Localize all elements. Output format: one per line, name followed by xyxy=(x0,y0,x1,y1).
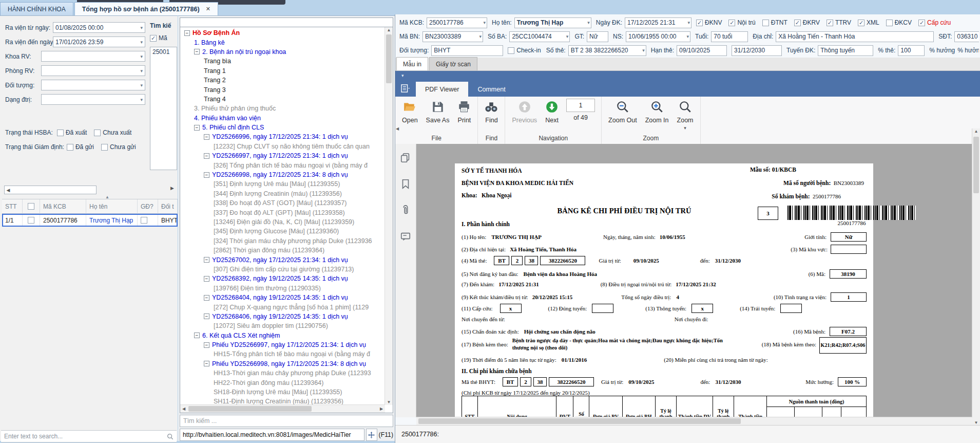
filter-combo-6[interactable]: ▾ xyxy=(41,94,145,105)
flag-checkbox[interactable] xyxy=(918,20,925,26)
url-field[interactable]: http://bvhaitien.local.meditech.vn:8081/… xyxy=(180,429,364,441)
tree-item[interactable]: Trang 4 xyxy=(180,95,385,104)
tree-item[interactable]: [344] Định lượng Creatinin (máu) (112393… xyxy=(180,189,385,198)
flag-đkcv[interactable]: ĐKCV xyxy=(886,19,912,26)
row-checkbox[interactable] xyxy=(28,217,34,224)
filter-combo-2[interactable]: 17/01/2026 23:59▾ xyxy=(53,36,145,47)
collapse-sidebar-icon[interactable]: ◀ xyxy=(396,126,399,131)
tree-item[interactable]: −Phiếu YD25266997, ngày 17/12/2025 21:34… xyxy=(180,340,385,349)
viewer-vertical-scrollbar[interactable]: ▲ ▼ xyxy=(972,128,980,426)
scrollbar-thumb[interactable] xyxy=(386,34,392,83)
tree-search-input[interactable]: Tìm kiếm ... xyxy=(180,415,393,427)
tab-giay-to-scan[interactable]: Giấy tờ scan xyxy=(429,57,477,70)
cell-gd[interactable] xyxy=(138,214,158,227)
ribbon-tab-pdf-viewer[interactable]: PDF Viewer xyxy=(416,82,468,97)
scroll-down-icon[interactable]: ▼ xyxy=(972,420,980,425)
close-tab-icon[interactable]: ✕ xyxy=(206,6,210,12)
zoom-button[interactable]: Zoom▾ xyxy=(674,99,697,132)
tree-item[interactable]: −YD25266997, ngày 17/12/2025 21:34: 1 dị… xyxy=(180,151,385,160)
flag-đtnt[interactable]: ĐTNT xyxy=(762,19,787,26)
tree-item[interactable]: −YD25266998, ngày 17/12/2025 21:34: 8 dị… xyxy=(180,170,385,179)
chevron-down-icon[interactable]: ▾ xyxy=(641,48,645,53)
expander-icon[interactable]: − xyxy=(204,257,209,263)
patient-r2-field-1[interactable]: 25CC1004474▾ xyxy=(509,31,570,42)
filter-combo-5[interactable]: ▾ xyxy=(41,80,145,90)
chevron-down-icon[interactable]: ▾ xyxy=(140,25,145,30)
scroll-up-icon[interactable]: ▲ xyxy=(972,129,980,134)
tree-item[interactable]: HH15-Tổng phân tích tế bào máu ngoại vi … xyxy=(180,349,385,359)
next-button[interactable]: Next xyxy=(542,99,562,125)
col-doi-tuong[interactable]: Đối t xyxy=(158,199,178,214)
tree-item[interactable]: [12232] Chụp CLVT sọ não không tiêm thuố… xyxy=(180,142,385,151)
tree-item[interactable]: −YD25268406, ngày 19/12/2025 14:35: 1 dị… xyxy=(180,312,385,321)
page-number-input[interactable]: 1 xyxy=(566,99,595,112)
tree-item[interactable]: 4. Phiếu khám vào viện xyxy=(180,114,385,123)
tree-item[interactable]: −YD25268404, ngày 19/12/2025 14:35: 1 dị… xyxy=(180,293,385,302)
col-ma-kcb[interactable]: Mã KCB xyxy=(40,199,86,214)
tree-item[interactable]: [337] Đo hoạt độ ALT (GPT) [Máu] (112393… xyxy=(180,208,385,217)
tab-tong-hop-hsba[interactable]: Tổng hợp hồ sơ bệnh án (2500177786) ✕ xyxy=(74,2,218,15)
viewer-horizontal-scrollbar[interactable] xyxy=(416,417,972,426)
checkbox-ma[interactable] xyxy=(150,35,157,42)
tree-item[interactable]: [351] Định lượng Urê máu [Máu] (11239355… xyxy=(180,179,385,189)
gd-checkbox[interactable] xyxy=(141,217,147,224)
patient-r3-field-2[interactable]: BT 2 38 3822266520▾ xyxy=(568,45,646,56)
tree-item[interactable]: Trang bìa xyxy=(180,57,385,66)
chevron-down-icon[interactable]: ▾ xyxy=(140,54,145,59)
scroll-up-icon[interactable]: ▲ xyxy=(385,28,393,32)
tree-item[interactable]: [345] Định lượng Glucose [Máu] (11239360… xyxy=(180,227,385,236)
bookmark-icon[interactable] xyxy=(400,178,411,191)
flag-checkbox[interactable] xyxy=(858,20,864,26)
scroll-left-icon[interactable]: ◀ xyxy=(180,405,187,413)
tree-item[interactable]: −YD25267002, ngày 17/12/2025 21:34: 1 dị… xyxy=(180,255,385,264)
patient-r3-field-4[interactable]: 31/12/2030 xyxy=(732,45,782,56)
patient-r2-field-6[interactable]: 036310 xyxy=(954,31,979,42)
tree-item[interactable]: [338] Đo hoạt độ AST (GOT) [Máu] (112393… xyxy=(180,198,385,208)
print-button[interactable]: Print xyxy=(454,99,474,125)
scroll-down-icon[interactable]: ▼ xyxy=(385,400,393,404)
left-horizontal-scrollbar[interactable]: ◀ xyxy=(4,186,97,194)
flag-đknv[interactable]: ĐKNV xyxy=(696,19,722,26)
ribbon-tab-comment[interactable]: Comment xyxy=(468,82,514,97)
chevron-down-icon[interactable]: ▾ xyxy=(586,20,590,25)
patient-r2-field-0[interactable]: BN23003389▾ xyxy=(422,31,483,42)
records-search-input[interactable]: Enter text to search... xyxy=(1,430,177,442)
expander-icon[interactable]: − xyxy=(204,295,209,301)
flag-nội-trú[interactable]: Nội trú xyxy=(728,19,755,26)
scrollbar-thumb[interactable] xyxy=(188,406,312,412)
comment-icon[interactable] xyxy=(400,231,411,244)
tree-horizontal-scrollbar[interactable]: ◀ ▶ xyxy=(180,404,385,413)
scroll-left-icon[interactable]: ◀ xyxy=(5,188,12,193)
tree-item[interactable]: SH11-Định lượng Creatinin (máu) (1123935… xyxy=(180,397,385,405)
checkbox-chua-gui[interactable] xyxy=(101,144,108,151)
col-gd[interactable]: GĐ? xyxy=(138,199,158,214)
flag-đkrv[interactable]: ĐKRV xyxy=(794,19,820,26)
patient-r3-field-3[interactable]: 09/10/2025 xyxy=(677,45,727,56)
expander-icon[interactable]: − xyxy=(204,313,209,319)
scroll-right-icon[interactable]: ▶ xyxy=(378,405,385,413)
col-stt[interactable]: STT xyxy=(2,199,23,214)
flag-checkbox[interactable] xyxy=(794,20,801,26)
tree-vertical-scrollbar[interactable]: ▲ ▼ xyxy=(385,27,393,405)
tree-item[interactable]: SH18-Định lượng Urê máu [Máu] (11239355) xyxy=(180,387,385,397)
col-ho-ten[interactable]: Họ tên xyxy=(86,199,138,214)
tree-item[interactable]: [13246] Điện giải đồ (Na, K, Cl) [Máu] (… xyxy=(180,217,385,227)
open-button[interactable]: Open xyxy=(398,99,421,125)
tree-item[interactable]: [12072] Siêu âm doppler tim (11290756) xyxy=(180,321,385,330)
chevron-down-icon[interactable]: ▾ xyxy=(140,83,145,88)
tree-item[interactable]: HH13-Thời gian máu chảy phương pháp Duke… xyxy=(180,368,385,378)
filter-combo-1[interactable]: 01/08/2025 00:00▾ xyxy=(53,22,145,33)
tree-item[interactable]: Trang 2 xyxy=(180,76,385,85)
zoom-in-button[interactable]: Zoom In xyxy=(642,99,672,125)
chevron-down-icon[interactable]: ▾ xyxy=(686,34,689,39)
patient-r1-field-1[interactable]: Trương Thị Hạp▾ xyxy=(514,17,591,28)
tree-item[interactable]: −Phiếu YD25266998, ngày 17/12/2025 21:34… xyxy=(180,359,385,368)
flag-checkbox[interactable] xyxy=(728,20,735,26)
tree-item[interactable]: Trang 1 xyxy=(180,66,385,76)
tree-item[interactable]: −5. Phiếu chỉ định CLS xyxy=(180,123,385,132)
expander-icon[interactable]: − xyxy=(204,276,209,282)
expander-icon[interactable]: − xyxy=(184,30,190,36)
cell-select[interactable] xyxy=(23,214,40,227)
patient-r2-field-2[interactable]: Nữ xyxy=(587,31,608,42)
filter-combo-3[interactable]: ▾ xyxy=(41,51,145,62)
